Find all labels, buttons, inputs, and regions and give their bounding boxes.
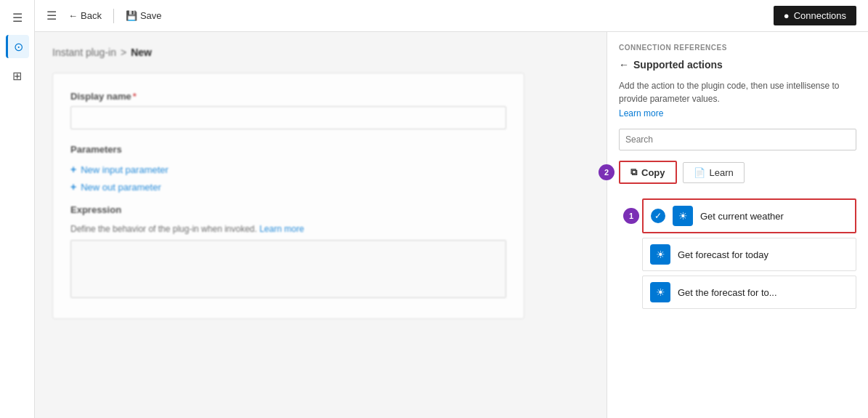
action-icon-forecast-for-to: ☀: [650, 282, 670, 302]
back-label: Back: [81, 10, 102, 21]
content-split: Instant plug-in > New Display name* Para…: [35, 32, 868, 418]
new-out-param-label: New out parameter: [81, 182, 161, 193]
toolbar-divider: [113, 9, 114, 23]
connector-icon[interactable]: ⊙: [6, 35, 29, 58]
action-icon-weather: ☀: [673, 206, 693, 226]
connections-button[interactable]: ● Connections: [774, 6, 856, 25]
save-button[interactable]: 💾 Save: [126, 10, 162, 21]
expression-section: Expression Define the behavior of the pl…: [70, 204, 506, 301]
parameters-section-title: Parameters: [70, 144, 506, 155]
learn-button[interactable]: 📄 Learn: [683, 162, 745, 183]
action-item-get-forecast-for-to[interactable]: ☀ Get the forecast for to...: [642, 276, 856, 309]
display-name-input[interactable]: [70, 106, 506, 129]
sidebar: ☰ ⊙ ⊞: [0, 0, 35, 418]
breadcrumb-parent: Instant plug-in: [52, 47, 116, 58]
panel-description: Add the action to the plugin code, then …: [619, 79, 856, 105]
back-arrow-icon: ←: [68, 10, 78, 21]
toolbar: ☰ ← Back 💾 Save ● Connections: [35, 0, 868, 32]
expression-label: Expression: [70, 204, 506, 215]
learn-label: Learn: [710, 167, 734, 178]
menu-icon[interactable]: ☰: [6, 6, 29, 29]
panel-search-input[interactable]: [619, 129, 856, 150]
display-name-label: Display name*: [70, 91, 506, 102]
action-name-forecast-for-to: Get the forecast for to...: [678, 287, 777, 298]
new-input-param-label: New input parameter: [81, 164, 169, 175]
breadcrumb-current: New: [131, 47, 152, 58]
new-out-param-button[interactable]: + New out parameter: [70, 181, 506, 193]
actions-list: 1 ✓ ☀ Get current weather ☀ Get forecast…: [619, 198, 856, 309]
action-name-forecast-today: Get forecast for today: [678, 249, 768, 260]
copy-icon: ⧉: [630, 166, 637, 178]
action-icon-forecast-today: ☀: [650, 244, 670, 265]
layers-icon[interactable]: ⊞: [6, 64, 29, 87]
left-content: Instant plug-in > New Display name* Para…: [35, 32, 607, 418]
breadcrumb: Instant plug-in > New: [52, 47, 589, 58]
expression-learn-more-link[interactable]: Learn more: [259, 224, 304, 234]
plus-icon-input: +: [70, 164, 76, 175]
breadcrumb-separator: >: [121, 47, 126, 58]
save-label: Save: [140, 10, 162, 21]
panel-back-button[interactable]: ← Supported actions: [619, 59, 856, 71]
copy-learn-row-wrapper: 2 ⧉ Copy 📄 Learn: [619, 161, 856, 191]
panel-section-label: CONNECTION REFERENCES: [619, 44, 856, 52]
action-item-get-forecast-today[interactable]: ☀ Get forecast for today: [642, 238, 856, 271]
copy-button[interactable]: ⧉ Copy: [619, 161, 677, 184]
copy-learn-row: 2 ⧉ Copy 📄 Learn: [619, 161, 856, 184]
action-badge-1: 1: [623, 208, 639, 224]
new-input-param-button[interactable]: + New input parameter: [70, 164, 506, 175]
learn-icon: 📄: [694, 167, 705, 178]
panel-learn-more-link[interactable]: Learn more: [619, 108, 856, 118]
connections-label: Connections: [794, 10, 846, 21]
plus-icon-out: +: [70, 181, 76, 193]
panel-back-arrow-icon: ←: [619, 59, 629, 71]
copy-badge: 2: [599, 164, 615, 180]
expression-description: Define the behavior of the plug-in when …: [70, 224, 506, 234]
action-name-current-weather: Get current weather: [700, 211, 784, 222]
check-icon: ✓: [651, 209, 665, 223]
panel-back-label: Supported actions: [633, 59, 723, 71]
action-item-get-current-weather[interactable]: 1 ✓ ☀ Get current weather: [642, 198, 856, 233]
connections-dot-icon: ●: [784, 10, 790, 21]
copy-label: Copy: [641, 167, 665, 178]
save-icon: 💾: [126, 10, 137, 21]
expression-textarea[interactable]: [70, 240, 506, 298]
right-panel: CONNECTION REFERENCES ← Supported action…: [607, 32, 868, 418]
form-card: Display name* Parameters + New input par…: [52, 73, 524, 319]
main-area: ☰ ← Back 💾 Save ● Connections Instant pl…: [35, 0, 868, 418]
back-button[interactable]: ← Back: [68, 10, 102, 21]
toolbar-menu-icon[interactable]: ☰: [46, 9, 57, 23]
